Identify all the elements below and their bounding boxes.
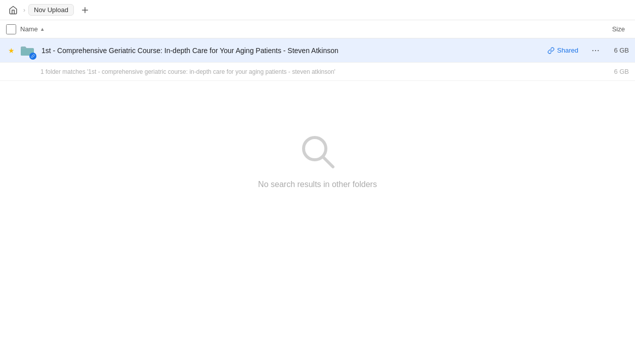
add-tab-button[interactable] (78, 3, 92, 17)
more-icon (591, 46, 600, 55)
match-info-size: 6 GB (609, 68, 629, 75)
home-icon (9, 6, 18, 15)
breadcrumb-bar: › Nov Upload (0, 0, 635, 20)
select-all-checkbox[interactable] (6, 24, 16, 34)
breadcrumb-chevron: › (23, 7, 25, 14)
link-badge (29, 53, 36, 60)
add-icon (80, 6, 90, 15)
name-column-label: Name (20, 25, 38, 33)
link-icon (31, 54, 35, 58)
file-size: 6 GB (609, 47, 629, 54)
empty-state: No search results in other folders (0, 81, 635, 189)
match-info-row: 1 folder matches '1st - comprehensive ge… (0, 63, 635, 81)
file-row[interactable]: ★ 1st - Comprehensive Geriatric Course: … (0, 38, 635, 63)
home-button[interactable] (6, 3, 20, 17)
folder-icon-wrapper (18, 41, 36, 60)
shared-badge[interactable]: Shared (547, 47, 578, 54)
shared-label: Shared (557, 47, 578, 54)
file-name: 1st - Comprehensive Geriatric Course: In… (41, 47, 547, 55)
no-results-text: No search results in other folders (258, 180, 377, 189)
star-icon[interactable]: ★ (6, 46, 16, 56)
no-results-search-icon (298, 131, 338, 172)
breadcrumb-folder-label: Nov Upload (34, 6, 68, 14)
breadcrumb-folder[interactable]: Nov Upload (28, 4, 74, 16)
share-link-icon (547, 47, 555, 54)
svg-point-2 (592, 50, 594, 51)
match-info-text: 1 folder matches '1st - comprehensive ge… (40, 68, 609, 75)
svg-point-3 (595, 50, 596, 51)
svg-point-4 (598, 50, 599, 51)
more-options-button[interactable] (588, 43, 603, 58)
svg-line-6 (323, 157, 333, 167)
size-column-header: Size (612, 25, 625, 33)
name-column-header[interactable]: Name ▲ (20, 25, 612, 33)
column-header-row: Name ▲ Size (0, 20, 635, 38)
sort-ascending-icon: ▲ (40, 26, 45, 32)
